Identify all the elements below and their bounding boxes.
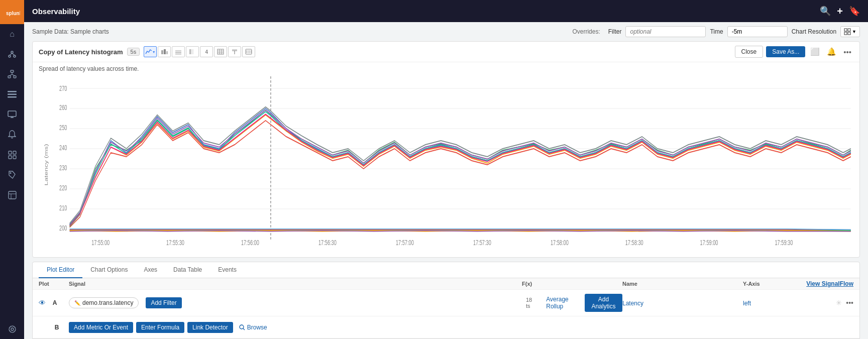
yaxis-link-a[interactable]: left [743, 300, 751, 307]
add-filter-button-a[interactable]: Add Filter [146, 297, 181, 308]
col-header-signal: Signal [69, 281, 522, 287]
chart-svg: Latency (ms) 270 260 250 240 230 220 210… [39, 76, 853, 253]
more-options-icon[interactable]: ••• [841, 47, 853, 57]
row-settings-icon-a[interactable]: ✳ [836, 299, 842, 307]
svg-text:230: 230 [59, 164, 67, 172]
signal-value-a: demo.trans.latency [82, 299, 133, 306]
tab-chart-options[interactable]: Chart Options [82, 262, 136, 278]
col-header-actions: View SignalFlow [793, 280, 853, 287]
svg-text:210: 210 [59, 204, 67, 212]
plot-col-a: 👁 A [39, 299, 69, 307]
svg-text:240: 240 [59, 144, 67, 152]
search-icon[interactable]: 🔍 [820, 6, 831, 17]
sample-data-label: Sample Data: Sample charts [32, 28, 109, 35]
close-button[interactable]: Close [735, 46, 764, 58]
line-chart-btn[interactable]: ▼ [144, 46, 157, 57]
table-btn[interactable] [214, 46, 227, 57]
list-icon[interactable] [0, 84, 24, 104]
add-metric-button-b[interactable]: Add Metric Or Event [69, 322, 133, 333]
gauge-btn[interactable] [242, 46, 255, 57]
enter-formula-button-b[interactable]: Enter Formula [136, 322, 184, 333]
svg-rect-24 [9, 191, 16, 199]
area-chart-btn[interactable] [158, 46, 171, 57]
copy-icon[interactable]: ⬜ [808, 46, 822, 57]
time-input[interactable] [727, 26, 788, 37]
svg-rect-22 [13, 156, 16, 159]
box-icon[interactable] [0, 185, 24, 205]
chart-title: Copy of Latency histogram [39, 48, 123, 56]
svg-rect-8 [8, 76, 11, 78]
filter-input[interactable] [625, 26, 706, 37]
svg-rect-41 [218, 49, 224, 54]
add-analytics-button-a[interactable]: Add Analytics [585, 294, 622, 312]
svg-text:260: 260 [59, 103, 67, 112]
link-detector-button-b[interactable]: Link Detector [187, 322, 233, 333]
svg-rect-38 [189, 49, 191, 54]
row-label-a: A [50, 299, 60, 306]
svg-line-11 [10, 74, 13, 76]
text-btn[interactable] [228, 46, 241, 57]
settings-gear-icon[interactable] [0, 319, 24, 339]
svg-rect-21 [9, 156, 12, 159]
nodes-icon[interactable] [0, 44, 24, 64]
tab-events[interactable]: Events [210, 262, 245, 278]
signal-pill-a[interactable]: ✏️ demo.trans.latency [69, 297, 139, 308]
svg-rect-33 [164, 49, 166, 54]
tab-axes[interactable]: Axes [136, 262, 165, 278]
signal-col-b: Add Metric Or Event Enter Formula Link D… [69, 322, 853, 333]
rollup-link-a[interactable]: Average Rollup [546, 296, 578, 310]
filter-label: Filter [608, 28, 622, 35]
view-signalflow-link[interactable]: View SignalFlow [806, 280, 853, 287]
svg-rect-29 [848, 29, 850, 31]
chart-subtitle: Spread of latency values across time. [33, 62, 859, 72]
svg-rect-13 [8, 91, 17, 92]
svg-rect-37 [175, 54, 181, 54]
bell-icon[interactable] [0, 125, 24, 145]
bar-chart-btn[interactable] [172, 46, 185, 57]
number-btn[interactable]: 4 [200, 46, 213, 57]
svg-rect-28 [844, 29, 847, 31]
tab-data-table[interactable]: Data Table [165, 262, 210, 278]
svg-text:17:57:00: 17:57:00 [396, 239, 414, 247]
svg-text:17:56:30: 17:56:30 [318, 239, 337, 247]
overrides-label: Overrides: [572, 28, 600, 35]
browse-label-b: Browse [247, 324, 267, 331]
add-icon[interactable]: + [837, 6, 843, 17]
bookmark-icon[interactable]: 🔖 [849, 6, 860, 17]
save-as-button[interactable]: Save As... [766, 46, 805, 57]
overrides-bar: Sample Data: Sample charts Overrides: Fi… [24, 22, 868, 41]
svg-point-23 [10, 172, 12, 174]
svg-rect-16 [8, 111, 16, 117]
actions-col-a: ✳ ••• [793, 299, 853, 307]
svg-rect-36 [175, 52, 181, 53]
svg-line-12 [12, 74, 15, 76]
fx-col-a: 18 ts Average Rollup Add Analytics [522, 294, 622, 312]
tab-plot-editor[interactable]: Plot Editor [39, 262, 82, 278]
browse-link-b[interactable]: Browse [239, 324, 267, 331]
heatmap-btn[interactable] [186, 46, 199, 57]
resolution-button[interactable]: ▼ [840, 26, 860, 37]
monitor-icon[interactable] [0, 104, 24, 125]
plot-col-b: B [39, 324, 69, 331]
tag-icon[interactable] [0, 165, 24, 185]
ts-label-a: 18 ts [526, 297, 535, 309]
row-more-icon-a[interactable]: ••• [846, 299, 853, 307]
svg-text:17:58:30: 17:58:30 [625, 239, 643, 247]
resolution-label: Chart Resolution [792, 28, 836, 35]
home-icon[interactable]: ⌂ [0, 24, 24, 44]
yaxis-col-a: left [743, 299, 793, 307]
chevron-down-icon: ▼ [852, 29, 856, 34]
signal-col-a: ✏️ demo.trans.latency Add Filter [69, 297, 522, 308]
splunk-logo[interactable]: splunk> [0, 0, 24, 24]
visibility-toggle-a[interactable]: 👁 [39, 299, 46, 307]
svg-rect-31 [848, 32, 850, 35]
svg-text:Latency (ms): Latency (ms) [44, 144, 49, 185]
bell-alert-icon[interactable]: 🔔 [825, 46, 838, 57]
name-link-a[interactable]: Latency [622, 300, 643, 307]
chart-header-right: Close Save As... ⬜ 🔔 ••• [735, 46, 853, 58]
grid-icon[interactable] [0, 145, 24, 165]
hierarchy-icon[interactable] [0, 64, 24, 84]
svg-rect-20 [13, 151, 16, 154]
app-title: Observability [32, 7, 80, 16]
svg-rect-14 [8, 94, 17, 95]
